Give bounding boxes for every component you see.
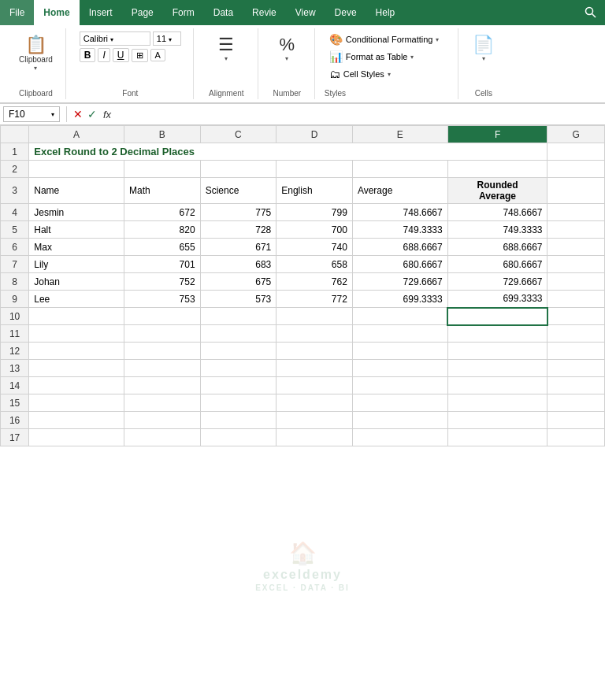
italic-button[interactable]: I — [98, 48, 109, 62]
row-header-8[interactable]: 8 — [1, 273, 29, 291]
search-icon[interactable] — [577, 0, 605, 25]
cell-D4[interactable]: 799 — [277, 204, 353, 221]
row-header-4[interactable]: 4 — [1, 204, 29, 221]
row-header-9[interactable]: 9 — [1, 291, 29, 308]
cell-E2[interactable] — [352, 161, 447, 178]
row-header-2[interactable]: 2 — [1, 161, 29, 178]
cell-B8[interactable]: 752 — [124, 273, 201, 291]
border-button[interactable]: ⊞ — [132, 49, 148, 62]
cell-G3[interactable] — [547, 178, 605, 204]
col-header-C[interactable]: C — [200, 126, 277, 143]
col-header-D[interactable]: D — [277, 126, 353, 143]
cell-E9[interactable]: 699.3333 — [352, 291, 447, 308]
cell-A8[interactable]: Johan — [29, 273, 124, 291]
cell-F9[interactable]: 699.3333 — [447, 291, 547, 308]
cell-A10[interactable] — [29, 308, 124, 325]
cell-C7[interactable]: 683 — [200, 256, 277, 273]
cell-D2[interactable] — [277, 161, 353, 178]
header-math[interactable]: Math — [124, 178, 201, 204]
alignment-button[interactable]: ☰ ▾ — [210, 31, 242, 65]
clipboard-button[interactable]: 📋 Clipboard ▾ — [14, 31, 58, 75]
cell-G9[interactable] — [547, 291, 605, 308]
cell-C4[interactable]: 775 — [200, 204, 277, 221]
cell-F2[interactable] — [447, 161, 547, 178]
tab-help[interactable]: Help — [366, 0, 405, 25]
font-color-button[interactable]: A — [150, 49, 165, 61]
cell-D7[interactable]: 658 — [277, 256, 353, 273]
cell-A7[interactable]: Lily — [29, 256, 124, 273]
sheet-container[interactable]: A B C D E F G 1 Excel Round to 2 Decimal… — [0, 125, 605, 700]
cell-B6[interactable]: 655 — [124, 239, 201, 256]
cell-D6[interactable]: 740 — [277, 239, 353, 256]
cell-G8[interactable] — [547, 273, 605, 291]
cell-F8[interactable]: 729.6667 — [447, 273, 547, 291]
row-header-3[interactable]: 3 — [1, 178, 29, 204]
header-science[interactable]: Science — [200, 178, 277, 204]
tab-insert[interactable]: Insert — [80, 0, 122, 25]
row-header-6[interactable]: 6 — [1, 239, 29, 256]
header-name[interactable]: Name — [29, 178, 124, 204]
tab-developer[interactable]: Deve — [325, 0, 366, 25]
formula-input[interactable] — [114, 107, 602, 121]
cell-G5[interactable] — [547, 221, 605, 239]
cells-button[interactable]: 📄 ▾ — [468, 31, 499, 65]
cell-E6[interactable]: 688.6667 — [352, 239, 447, 256]
cell-F10-selected[interactable] — [447, 308, 547, 325]
cell-E8[interactable]: 729.6667 — [352, 273, 447, 291]
conditional-formatting-button[interactable]: 🎨 Conditional Formatting ▾ — [325, 31, 444, 47]
bold-button[interactable]: B — [80, 48, 96, 62]
cell-B4[interactable]: 672 — [124, 204, 201, 221]
name-box[interactable]: F10 ▾ — [3, 106, 60, 122]
cell-C8[interactable]: 675 — [200, 273, 277, 291]
number-button[interactable]: % ▾ — [271, 31, 302, 65]
cell-E7[interactable]: 680.6667 — [352, 256, 447, 273]
cell-C9[interactable]: 573 — [200, 291, 277, 308]
cell-B9[interactable]: 753 — [124, 291, 201, 308]
cell-E5[interactable]: 749.3333 — [352, 221, 447, 239]
col-header-F[interactable]: F — [447, 126, 547, 143]
font-name-input[interactable]: Calibri ▾ — [80, 31, 150, 46]
cell-G1[interactable] — [547, 143, 605, 161]
corner-cell[interactable] — [1, 126, 29, 143]
cell-G7[interactable] — [547, 256, 605, 273]
cell-B5[interactable]: 820 — [124, 221, 201, 239]
cell-A5[interactable]: Halt — [29, 221, 124, 239]
cell-A4[interactable]: Jesmin — [29, 204, 124, 221]
col-header-A[interactable]: A — [29, 126, 124, 143]
tab-data[interactable]: Data — [204, 0, 243, 25]
cell-E4[interactable]: 748.6667 — [352, 204, 447, 221]
cell-B2[interactable] — [124, 161, 201, 178]
confirm-formula-icon[interactable]: ✓ — [87, 108, 97, 120]
cell-F7[interactable]: 680.6667 — [447, 256, 547, 273]
cell-D8[interactable]: 762 — [277, 273, 353, 291]
cell-A6[interactable]: Max — [29, 239, 124, 256]
header-rounded-average[interactable]: RoundedAverage — [447, 178, 547, 204]
tab-home[interactable]: Home — [34, 0, 79, 25]
underline-button[interactable]: U — [113, 48, 129, 62]
cell-G2[interactable] — [547, 161, 605, 178]
cell-D10[interactable] — [277, 308, 353, 325]
header-average[interactable]: Average — [352, 178, 447, 204]
cell-C5[interactable]: 728 — [200, 221, 277, 239]
col-header-E[interactable]: E — [352, 126, 447, 143]
cell-A9[interactable]: Lee — [29, 291, 124, 308]
cell-D5[interactable]: 700 — [277, 221, 353, 239]
cell-styles-button[interactable]: 🗂 Cell Styles ▾ — [325, 66, 444, 82]
font-size-input[interactable]: 11 ▾ — [153, 31, 181, 46]
cell-F5[interactable]: 749.3333 — [447, 221, 547, 239]
cell-B7[interactable]: 701 — [124, 256, 201, 273]
cell-G4[interactable] — [547, 204, 605, 221]
row-header-10[interactable]: 10 — [1, 308, 29, 325]
row-header-5[interactable]: 5 — [1, 221, 29, 239]
row-header-1[interactable]: 1 — [1, 143, 29, 161]
tab-file[interactable]: File — [0, 0, 34, 25]
cancel-formula-icon[interactable]: ✕ — [73, 108, 83, 120]
cell-B10[interactable] — [124, 308, 201, 325]
cell-C10[interactable] — [200, 308, 277, 325]
cell-G6[interactable] — [547, 239, 605, 256]
col-header-G[interactable]: G — [547, 126, 605, 143]
cell-F4[interactable]: 748.6667 — [447, 204, 547, 221]
cell-C2[interactable] — [200, 161, 277, 178]
tab-view[interactable]: View — [286, 0, 325, 25]
row-header-7[interactable]: 7 — [1, 256, 29, 273]
